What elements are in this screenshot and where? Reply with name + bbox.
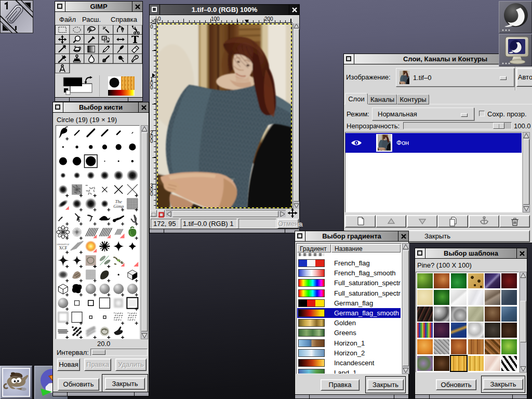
svg-text:Gimp: Gimp [113,204,124,209]
svg-text:XCF: XCF [59,246,68,250]
